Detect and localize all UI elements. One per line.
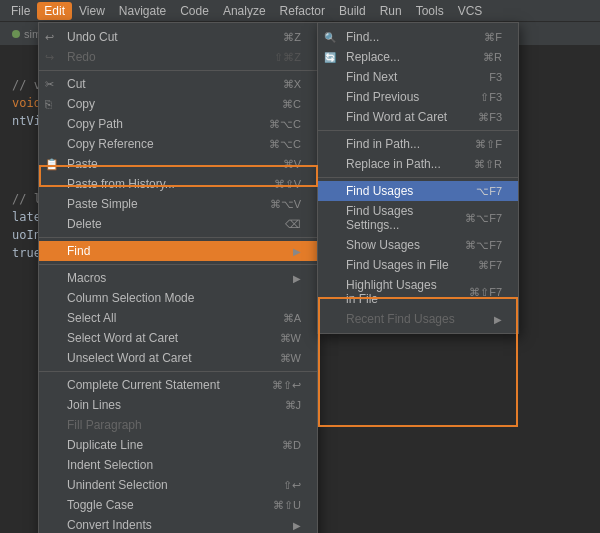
menu-vcs[interactable]: VCS [451,2,490,20]
separator-3 [39,264,317,265]
menu-redo: ↪ Redo ⇧⌘Z [39,47,317,67]
edit-menu: ↩ Undo Cut ⌘Z ↪ Redo ⇧⌘Z ✂ Cut ⌘X ⎘ Copy… [38,22,318,533]
recent-find-usages: Recent Find Usages ▶ [318,309,518,329]
menu-file[interactable]: File [4,2,37,20]
menu-navigate[interactable]: Navigate [112,2,173,20]
menu-copy-path[interactable]: Copy Path ⌘⌥C [39,114,317,134]
find-replace-icon: 🔄 [324,52,336,63]
macros-arrow: ▶ [293,273,301,284]
menu-edit[interactable]: Edit [37,2,72,20]
cut-icon: ✂ [45,78,54,91]
find-usages-in-file[interactable]: Find Usages in File ⌘F7 [318,255,518,275]
highlight-usages[interactable]: Highlight Usages in File ⌘⇧F7 [318,275,518,309]
menu-unselect-word[interactable]: Unselect Word at Caret ⌘W [39,348,317,368]
menu-undo-cut[interactable]: ↩ Undo Cut ⌘Z [39,27,317,47]
menu-tools[interactable]: Tools [409,2,451,20]
replace-in-path[interactable]: Replace in Path... ⌘⇧R [318,154,518,174]
undo-icon: ↩ [45,31,54,44]
menu-column-selection[interactable]: Column Selection Mode [39,288,317,308]
find-previous[interactable]: Find Previous ⇧F3 [318,87,518,107]
menu-macros[interactable]: Macros ▶ [39,268,317,288]
separator-2 [39,237,317,238]
menu-analyze[interactable]: Analyze [216,2,273,20]
menu-unindent-selection[interactable]: Unindent Selection ⇧↩ [39,475,317,495]
menu-cut[interactable]: ✂ Cut ⌘X [39,74,317,94]
find-separator-1 [318,130,518,131]
copy-icon: ⎘ [45,98,52,110]
find-find[interactable]: 🔍 Find... ⌘F [318,27,518,47]
menu-indent-selection[interactable]: Indent Selection [39,455,317,475]
menu-fill-paragraph: Fill Paragraph [39,415,317,435]
menu-toggle-case[interactable]: Toggle Case ⌘⇧U [39,495,317,515]
find-usages-settings[interactable]: Find Usages Settings... ⌘⌥F7 [318,201,518,235]
find-next[interactable]: Find Next F3 [318,67,518,87]
separator-4 [39,371,317,372]
find-separator-2 [318,177,518,178]
show-usages[interactable]: Show Usages ⌘⌥F7 [318,235,518,255]
menu-join-lines[interactable]: Join Lines ⌘J [39,395,317,415]
menu-run[interactable]: Run [373,2,409,20]
find-search-icon: 🔍 [324,32,336,43]
menu-copy-reference[interactable]: Copy Reference ⌘⌥C [39,134,317,154]
paste-icon: 📋 [45,158,59,171]
menu-refactor[interactable]: Refactor [273,2,332,20]
menu-code[interactable]: Code [173,2,216,20]
menu-view[interactable]: View [72,2,112,20]
find-submenu: 🔍 Find... ⌘F 🔄 Replace... ⌘R Find Next F… [317,22,519,334]
find-word-at-caret[interactable]: Find Word at Caret ⌘F3 [318,107,518,127]
menu-select-word[interactable]: Select Word at Caret ⌘W [39,328,317,348]
menu-copy[interactable]: ⎘ Copy ⌘C [39,94,317,114]
menu-paste[interactable]: 📋 Paste ⌘V [39,154,317,174]
menu-paste-simple[interactable]: Paste Simple ⌘⌥V [39,194,317,214]
find-in-path[interactable]: Find in Path... ⌘⇧F [318,134,518,154]
menu-find[interactable]: Find ▶ [39,241,317,261]
menu-delete[interactable]: Delete ⌫ [39,214,317,234]
convert-indents-arrow: ▶ [293,520,301,531]
menu-paste-history[interactable]: Paste from History... ⌘⇧V [39,174,317,194]
menu-build[interactable]: Build [332,2,373,20]
find-replace[interactable]: 🔄 Replace... ⌘R [318,47,518,67]
find-submenu-arrow: ▶ [293,246,301,257]
menu-convert-indents[interactable]: Convert Indents ▶ [39,515,317,533]
find-usages[interactable]: Find Usages ⌥F7 [318,181,518,201]
menu-select-all[interactable]: Select All ⌘A [39,308,317,328]
menu-duplicate-line[interactable]: Duplicate Line ⌘D [39,435,317,455]
menubar: File Edit View Navigate Code Analyze Ref… [0,0,600,22]
menu-complete-statement[interactable]: Complete Current Statement ⌘⇧↩ [39,375,317,395]
separator-1 [39,70,317,71]
recent-find-arrow: ▶ [494,314,502,325]
redo-icon: ↪ [45,51,54,64]
